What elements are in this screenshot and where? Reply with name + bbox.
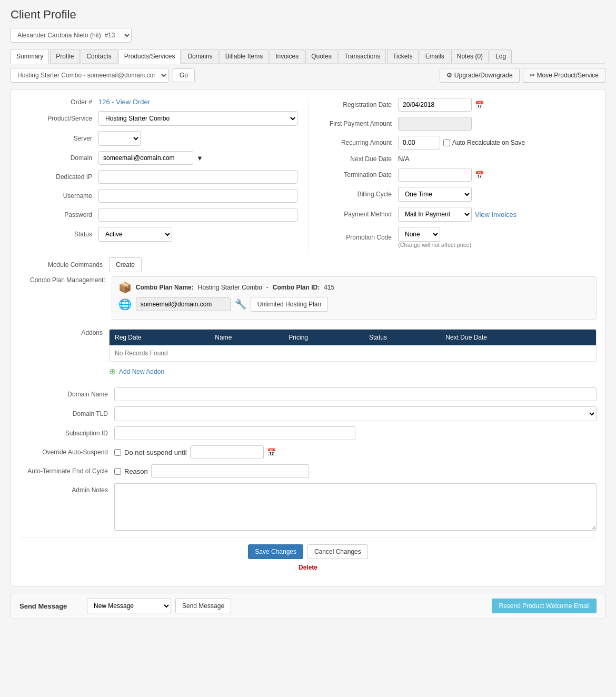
termination-calendar-icon[interactable]: 📅: [475, 171, 484, 179]
upgrade-icon: ⚙: [446, 72, 452, 79]
module-commands-label: Module Commands: [30, 261, 109, 268]
send-message-button[interactable]: Send Message: [175, 599, 231, 613]
combo-plan-name-label: Combo Plan Name:: [136, 284, 194, 291]
admin-notes-label: Admin Notes: [19, 483, 114, 494]
domain-tld-select[interactable]: [114, 406, 597, 421]
nav-tabs: Summary Profile Contacts Products/Servic…: [11, 49, 605, 64]
hosting-plan-button[interactable]: Unlimited Hosting Plan: [251, 297, 328, 312]
col-name: Name: [210, 330, 283, 345]
tab-billable-items[interactable]: Billable Items: [220, 49, 269, 63]
suspend-until-input[interactable]: [190, 445, 264, 459]
client-select[interactable]: Alexander Cardona Nieto (hit): #13: [11, 28, 132, 43]
cancel-changes-button[interactable]: Cancel Changes: [307, 544, 368, 559]
combo-plan-item: 🌐 🔧 Unlimited Hosting Plan: [118, 294, 590, 315]
registration-date-input[interactable]: [398, 98, 472, 112]
addons-table-container: Reg Date Name Pricing Status Next Due Da…: [109, 329, 597, 362]
order-label: Order #: [19, 98, 98, 106]
do-not-suspend-label: Do not suspend until: [124, 449, 187, 456]
addons-label: Addons: [30, 329, 109, 336]
combo-plan-label: Combo Plan Management:: [30, 276, 112, 284]
domain-name-input[interactable]: [114, 387, 597, 401]
status-row: Status Active Pending Suspended Terminat…: [19, 227, 297, 242]
status-select[interactable]: Active Pending Suspended Terminated: [98, 227, 172, 242]
subscription-id-input[interactable]: [114, 426, 355, 440]
domain-dropdown-icon[interactable]: ▼: [196, 154, 203, 162]
password-input[interactable]: [98, 208, 297, 222]
combo-plan-id-label: Combo Plan ID:: [273, 284, 320, 291]
create-button[interactable]: Create: [109, 257, 142, 272]
resend-welcome-email-button[interactable]: Resend Product Welcome Email: [492, 599, 597, 613]
move-icon: ✂: [530, 72, 535, 79]
tab-tickets[interactable]: Tickets: [387, 49, 419, 63]
domain-name-row: Domain Name: [19, 387, 597, 401]
admin-notes-textarea[interactable]: [114, 483, 597, 531]
order-link[interactable]: 126 - View Order: [98, 98, 150, 106]
username-input[interactable]: [98, 189, 297, 203]
payment-method-select[interactable]: Mail In Payment Credit Card PayPal: [398, 207, 472, 222]
combo-plan-box: 📦 Combo Plan Name: Hosting Starter Combo…: [112, 276, 597, 320]
service-bar: Hosting Starter Combo - someemail@domain…: [11, 68, 605, 83]
reason-input[interactable]: [151, 464, 309, 478]
registration-date-row: Registration Date 📅: [319, 98, 597, 112]
form-section: Order # 126 - View Order Product/Service…: [19, 98, 597, 253]
billing-cycle-label: Billing Cycle: [319, 191, 398, 198]
col-actions: [580, 330, 596, 345]
view-invoices-link[interactable]: View Invoices: [475, 211, 516, 218]
override-checkbox[interactable]: [114, 449, 121, 456]
server-select[interactable]: [98, 131, 141, 146]
col-status: Status: [364, 330, 440, 345]
promo-code-select[interactable]: None: [398, 227, 440, 242]
tab-log[interactable]: Log: [490, 49, 512, 63]
domain-row: Domain ▼: [19, 151, 297, 165]
client-select-row: Alexander Cardona Nieto (hit): #13: [11, 28, 605, 43]
combo-plan-id-separator: -: [266, 284, 269, 291]
suspend-calendar-icon[interactable]: 📅: [267, 448, 276, 456]
combo-plan-icon: 📦: [118, 281, 132, 294]
termination-date-input[interactable]: [398, 168, 472, 182]
tab-contacts[interactable]: Contacts: [81, 49, 117, 63]
combo-plan-domain-input[interactable]: [136, 297, 231, 311]
service-select[interactable]: Hosting Starter Combo - someemail@domain…: [11, 68, 168, 83]
save-bar: Save Changes Cancel Changes Delete: [19, 537, 597, 577]
upgrade-downgrade-button[interactable]: ⚙ Upgrade/Downgrade: [440, 68, 520, 83]
main-panel: Order # 126 - View Order Product/Service…: [11, 89, 605, 586]
tab-notes[interactable]: Notes (0): [451, 49, 489, 63]
first-payment-label: First Payment Amount: [319, 120, 398, 127]
domain-input[interactable]: [98, 151, 193, 165]
recurring-amount-input[interactable]: [398, 136, 440, 150]
new-message-select[interactable]: New Message: [87, 599, 171, 613]
dedicated-ip-row: Dedicated IP: [19, 170, 297, 184]
dedicated-ip-input[interactable]: [98, 170, 297, 184]
promo-code-label: Promotion Code: [319, 234, 398, 241]
move-product-button[interactable]: ✂ Move Product/Service: [523, 68, 605, 83]
col-reg-date: Reg Date: [110, 330, 210, 345]
auto-recalc-checkbox[interactable]: [443, 140, 450, 146]
product-service-select[interactable]: Hosting Starter Combo: [98, 111, 297, 126]
tab-emails[interactable]: Emails: [420, 49, 450, 63]
admin-notes-row: Admin Notes: [19, 483, 597, 532]
tab-profile[interactable]: Profile: [50, 49, 80, 63]
tab-summary[interactable]: Summary: [11, 49, 49, 64]
tab-quotes[interactable]: Quotes: [305, 49, 337, 63]
delete-link[interactable]: Delete: [299, 564, 317, 571]
tab-transactions[interactable]: Transactions: [339, 49, 386, 63]
first-payment-input[interactable]: [398, 117, 472, 131]
username-label: Username: [19, 192, 98, 200]
form-left-col: Order # 126 - View Order Product/Service…: [19, 98, 308, 253]
tab-invoices[interactable]: Invoices: [270, 49, 304, 63]
addons-table: Reg Date Name Pricing Status Next Due Da…: [110, 330, 596, 362]
termination-label: Termination Date: [319, 171, 398, 178]
billing-cycle-select[interactable]: One Time Monthly Quarterly Semi-Annually…: [398, 187, 472, 202]
combo-plan-header: 📦 Combo Plan Name: Hosting Starter Combo…: [118, 281, 590, 294]
combo-plan-name-value: Hosting Starter Combo: [198, 284, 262, 291]
auto-terminate-checkbox[interactable]: [114, 468, 121, 475]
tab-domains[interactable]: Domains: [182, 49, 218, 63]
no-records-cell: No Records Found: [110, 345, 596, 362]
override-auto-suspend-row: Override Auto-Suspend Do not suspend unt…: [19, 445, 597, 459]
registration-date-calendar-icon[interactable]: 📅: [475, 101, 484, 109]
save-changes-button[interactable]: Save Changes: [248, 544, 303, 559]
promo-note: (Change will not affect price): [398, 242, 597, 248]
add-addon-row[interactable]: ⊕ Add New Addon: [109, 366, 597, 376]
go-button[interactable]: Go: [173, 68, 195, 82]
tab-products-services[interactable]: Products/Services: [118, 49, 181, 64]
